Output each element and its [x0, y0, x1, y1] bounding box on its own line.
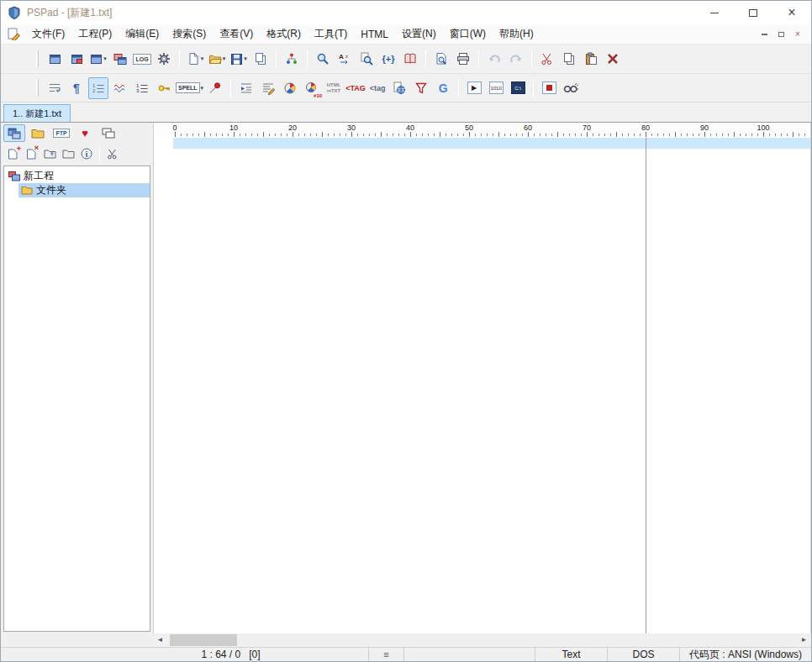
ruler-mark: 10	[229, 123, 238, 132]
menubar: 文件(F) 工程(P) 编辑(E) 搜索(S) 查看(V) 格式(R) 工具(T…	[1, 24, 811, 45]
log-button[interactable]: LOG	[132, 48, 152, 70]
tag-uppercase-icon[interactable]: <TAG	[345, 77, 366, 99]
number-converter-icon[interactable]: #10	[302, 77, 322, 99]
save-all-icon[interactable]	[250, 48, 271, 70]
settings-gear-icon[interactable]	[154, 48, 174, 70]
view-glasses-icon[interactable]	[561, 77, 581, 99]
lock-key-icon[interactable]	[154, 77, 174, 99]
main-area: FTP ♥ + ×	[1, 123, 811, 633]
console-icon[interactable]: C:\	[508, 77, 528, 99]
new-folder-icon[interactable]	[59, 145, 77, 162]
spell-check-button[interactable]: SPELL ▾	[176, 77, 203, 99]
redo-icon[interactable]	[506, 48, 526, 70]
panel-tab-ftp[interactable]: FTP	[50, 124, 72, 142]
horizontal-scrollbar[interactable]: ◄ ►	[153, 633, 811, 647]
toolbar-separator	[425, 50, 426, 68]
scroll-left-arrow-icon[interactable]: ◄	[153, 633, 167, 647]
add-file-icon[interactable]: +	[3, 145, 22, 162]
ruler-mark: 90	[700, 123, 709, 132]
line-numbers-icon[interactable]: 12	[88, 77, 108, 99]
copy-icon[interactable]	[559, 48, 579, 70]
search-icon[interactable]	[313, 48, 333, 70]
new-file-icon[interactable]: ▾	[185, 48, 205, 70]
menu-window[interactable]: 窗口(W)	[443, 24, 493, 44]
search-in-files-icon[interactable]	[356, 48, 377, 70]
syntax-highlight-icon[interactable]	[110, 77, 130, 99]
undo-icon[interactable]	[484, 48, 504, 70]
open-in-new-instance-icon[interactable]	[66, 48, 87, 70]
menu-format[interactable]: 格式(R)	[260, 24, 308, 44]
window-controls: ×	[695, 1, 811, 24]
ascii-chart-icon[interactable]	[280, 77, 300, 99]
ruler-mark: 70	[583, 123, 591, 132]
menu-view[interactable]: 查看(V)	[213, 24, 260, 44]
indent-icon[interactable]	[236, 77, 256, 99]
minimize-button[interactable]	[695, 1, 734, 24]
replace-icon[interactable]: Az	[335, 48, 355, 70]
scroll-right-arrow-icon[interactable]: ►	[797, 633, 811, 647]
show-formatting-icon[interactable]: ¶	[66, 77, 87, 99]
status-line-ending[interactable]: DOS	[608, 648, 680, 661]
save-file-icon[interactable]: ▾	[229, 48, 249, 70]
project-info-icon[interactable]: i	[77, 145, 96, 162]
record-macro-icon[interactable]	[539, 77, 559, 99]
menu-edit[interactable]: 编辑(E)	[119, 24, 166, 44]
menu-file[interactable]: 文件(F)	[25, 24, 71, 44]
html-label: HTML	[327, 82, 341, 88]
google-g-label: G	[439, 81, 448, 95]
mdi-close-button[interactable]: ×	[791, 29, 804, 40]
reformat-text-icon[interactable]	[258, 77, 278, 99]
paste-icon[interactable]	[581, 48, 601, 70]
tag-lowercase-icon[interactable]: <tag	[367, 77, 388, 99]
menu-search[interactable]: 搜索(S)	[166, 24, 213, 44]
code-explorer-icon[interactable]	[282, 48, 302, 70]
menu-settings[interactable]: 设置(N)	[395, 24, 443, 44]
new-editor-window-icon[interactable]	[45, 48, 65, 70]
tree-item-folder[interactable]: 文件夹	[18, 183, 150, 197]
ruler-mark: 40	[406, 123, 414, 132]
status-highlighter-mode[interactable]: Text	[535, 648, 608, 661]
run-script-icon[interactable]: ▶	[464, 77, 484, 99]
tree-item-project-root[interactable]: 新工程	[4, 169, 150, 183]
text-editor-canvas[interactable]	[154, 138, 810, 633]
sort-lines-icon[interactable]: 13	[132, 77, 152, 99]
cut-icon[interactable]	[537, 48, 557, 70]
menu-html[interactable]: HTML	[354, 24, 395, 44]
google-search-icon[interactable]: G	[433, 77, 453, 99]
window-list-dropdown[interactable]: ▾	[88, 48, 108, 70]
panel-tab-files[interactable]	[27, 124, 49, 142]
panel-tab-project[interactable]	[3, 124, 25, 142]
toolbar-grip[interactable]	[36, 50, 39, 67]
panel-tab-favorites[interactable]: ♥	[74, 124, 96, 142]
project-tools-icon[interactable]	[103, 145, 122, 162]
menu-project[interactable]: 工程(P)	[71, 24, 119, 44]
open-file-icon[interactable]: ▾	[207, 48, 227, 70]
close-button[interactable]: ×	[772, 1, 811, 24]
html-validate-filter-icon[interactable]	[411, 77, 431, 99]
tab-active-file[interactable]: 1.. 新建1.txt	[3, 104, 71, 122]
compare-files-icon[interactable]	[400, 48, 420, 70]
delete-icon[interactable]	[603, 48, 623, 70]
stay-on-top-pin-icon[interactable]	[205, 77, 225, 99]
add-folder-icon[interactable]	[40, 145, 59, 162]
reopen-file-icon[interactable]	[110, 48, 130, 70]
toolbar-grip[interactable]	[36, 80, 39, 97]
scrollbar-thumb[interactable]	[170, 634, 237, 646]
status-codepage[interactable]: 代码页 : ANSI (Windows)	[680, 648, 811, 661]
browser-preview-icon[interactable]	[389, 77, 409, 99]
document-icon	[8, 28, 20, 40]
svg-text:A: A	[339, 53, 344, 60]
print-icon[interactable]	[453, 48, 473, 70]
goto-line-icon[interactable]: {+}	[378, 48, 398, 70]
maximize-button[interactable]	[734, 1, 772, 24]
panel-tab-windows[interactable]	[98, 124, 119, 142]
print-preview-icon[interactable]	[431, 48, 451, 70]
mdi-minimize-button[interactable]	[757, 29, 771, 40]
html-to-text-icon[interactable]: HTML ↦TXT	[324, 77, 344, 99]
mdi-restore-button[interactable]	[774, 29, 788, 40]
menu-help[interactable]: 帮助(H)	[493, 24, 540, 44]
menu-tools[interactable]: 工具(T)	[308, 24, 354, 44]
remove-file-icon[interactable]: ×	[22, 145, 40, 162]
binary-file-icon[interactable]: 1010	[486, 77, 506, 99]
word-wrap-icon[interactable]	[45, 77, 65, 99]
